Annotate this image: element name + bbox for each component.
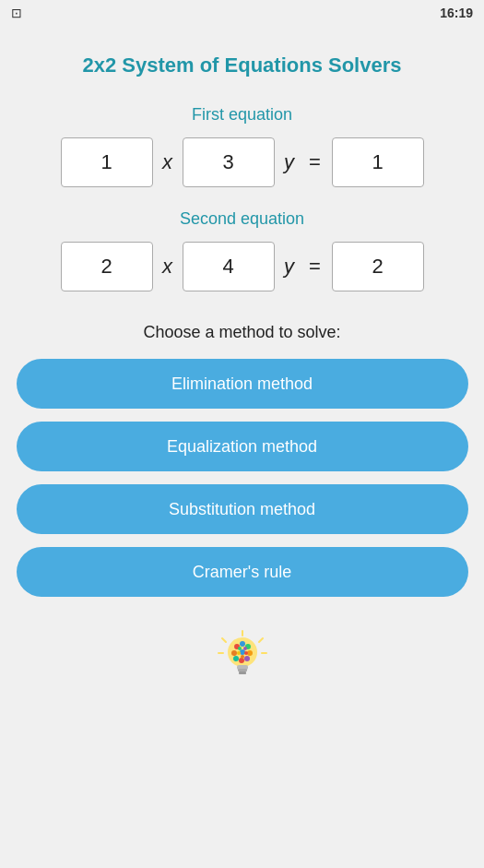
second-eq-coeff1[interactable]: 2 [61,242,153,291]
method-btn-cramer[interactable]: Cramer's rule [17,547,468,597]
svg-point-11 [244,651,248,655]
first-eq-coeff1[interactable]: 1 [61,137,153,187]
svg-point-7 [233,656,239,661]
status-time: 16:19 [440,6,473,20]
second-eq-var1: x [159,255,177,279]
svg-point-12 [238,647,242,650]
methods-label: Choose a method to solve: [143,323,340,342]
first-equation-row: 1 x 3 y = 1 [18,137,466,187]
methods-container: Elimination methodEqualization methodSub… [17,359,468,610]
svg-point-5 [244,656,250,661]
app-title: 2x2 System of Equations Solvers [82,54,401,77]
first-eq-var1: x [159,150,177,174]
first-eq-var2: y [280,150,299,174]
second-eq-equals: = [304,255,326,279]
second-equation-label: Second equation [180,209,304,229]
method-btn-equalization[interactable]: Equalization method [17,422,468,471]
svg-point-10 [237,651,241,655]
svg-rect-16 [238,669,247,672]
svg-point-9 [240,649,245,655]
second-eq-var2: y [280,255,299,279]
svg-line-20 [259,638,263,642]
svg-point-8 [231,650,237,656]
second-eq-coeff2[interactable]: 4 [183,242,275,291]
svg-point-2 [240,641,245,647]
svg-line-18 [222,638,226,642]
second-equation-row: 2 x 4 y = 2 [18,242,466,291]
method-btn-substitution[interactable]: Substitution method [17,484,468,534]
status-bar: ⊡ 16:19 [0,0,484,26]
first-equation-label: First equation [192,105,292,125]
second-eq-result[interactable]: 2 [332,242,424,291]
status-icon: ⊡ [11,6,22,20]
first-eq-coeff2[interactable]: 3 [183,137,275,187]
main-content: 2x2 System of Equations Solvers First eq… [0,26,484,709]
svg-point-13 [243,647,247,650]
first-eq-result[interactable]: 1 [332,137,424,187]
svg-rect-17 [239,672,246,674]
method-btn-elimination[interactable]: Elimination method [17,359,468,409]
bulb-container [217,628,268,691]
bulb-icon [217,628,268,691]
svg-point-6 [239,658,244,663]
first-eq-equals: = [304,150,326,174]
svg-point-14 [241,655,244,659]
